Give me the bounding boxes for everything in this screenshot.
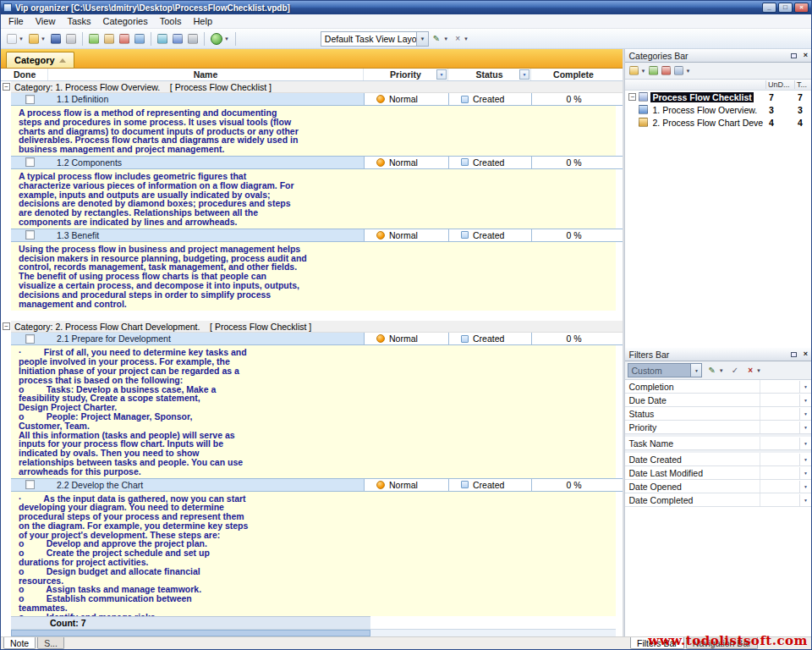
delete-filter-button[interactable]: ×▼	[744, 363, 763, 377]
tree-item-label[interactable]: Process Flow Checklist	[650, 92, 753, 102]
edit-category-button[interactable]	[647, 63, 660, 78]
menu-view[interactable]: View	[30, 15, 62, 27]
tree-column-undone[interactable]: UnD...	[765, 80, 794, 89]
menu-help[interactable]: Help	[187, 15, 218, 27]
tree-item-label[interactable]: 2. Process Flow Chart Deve	[650, 118, 765, 128]
filter-row-date-created[interactable]: Date Created ▼	[625, 453, 811, 466]
filter-row-priority[interactable]: Priority ▼	[625, 421, 811, 434]
edit-filter-button[interactable]: ✎▼	[705, 363, 725, 377]
panel-restore-icon[interactable]	[791, 352, 797, 357]
category-row[interactable]: − Category: 2. Process Flow Chart Develo…	[11, 321, 623, 333]
horizontal-scrollbar[interactable]	[11, 629, 616, 636]
menu-tasks[interactable]: Tasks	[61, 15, 96, 27]
scrollbar-thumb[interactable]	[11, 630, 370, 636]
tree-column-headers: UnD... T...	[625, 80, 811, 91]
status-filter-icon[interactable]: ▼	[519, 69, 529, 80]
chevron-down-icon[interactable]: ▼	[799, 467, 811, 479]
task-row[interactable]: 1.2 Components Normal Created 0 %	[11, 156, 623, 169]
chevron-down-icon[interactable]: ▼	[799, 421, 811, 433]
clear-filter-button[interactable]: ✓	[728, 363, 742, 377]
column-header-complete[interactable]: Complete	[531, 69, 616, 80]
done-checkbox[interactable]	[25, 157, 35, 167]
task-row[interactable]: 1.3 Benefit Normal Created 0 %	[11, 229, 623, 242]
complete-task-button[interactable]	[132, 30, 147, 47]
tree-column-total[interactable]: T...	[794, 80, 811, 89]
task-name[interactable]: 1.1 Definition	[48, 93, 364, 105]
move-up-button[interactable]	[155, 30, 170, 47]
panel-restore-icon[interactable]	[791, 53, 797, 58]
filter-row-task-name[interactable]: Task Name ▼	[625, 437, 811, 450]
priority-filter-icon[interactable]: ▼	[436, 69, 447, 80]
chevron-down-icon[interactable]: ▼	[799, 438, 811, 449]
filter-preset-select[interactable]: Custom ▼	[628, 363, 702, 377]
menu-file[interactable]: File	[3, 15, 30, 27]
add-task-button[interactable]	[86, 30, 102, 47]
filter-row-status[interactable]: Status ▼	[625, 407, 811, 421]
task-row[interactable]: 1.1 Definition Normal Created 0 %	[11, 92, 623, 106]
filter-row-date-completed[interactable]: Date Completed ▼	[625, 493, 811, 507]
category-row[interactable]: − Category: 1. Process Flow Overview. [ …	[11, 81, 623, 93]
collapse-icon[interactable]: −	[3, 83, 10, 91]
task-row[interactable]: 2.1 Prepare for Development Normal Creat…	[11, 332, 623, 345]
done-checkbox[interactable]	[25, 480, 35, 489]
filter-row-completion[interactable]: Completion ▼	[625, 380, 811, 394]
panel-close-icon[interactable]: ×	[804, 52, 808, 59]
sync-button[interactable]: ▼	[208, 30, 232, 47]
column-header-status[interactable]: Status ▼	[448, 69, 531, 80]
save-button[interactable]	[48, 30, 63, 47]
chevron-down-icon[interactable]: ▼	[799, 381, 811, 393]
filter-row-date-opened[interactable]: Date Opened ▼	[625, 480, 811, 493]
new-database-button[interactable]: ▼	[4, 30, 26, 47]
filter-row-due-date[interactable]: Due Date ▼	[625, 394, 811, 407]
status-value: Created	[473, 480, 504, 490]
task-view-layout-select[interactable]: Default Task View Layout ▼	[321, 31, 429, 47]
open-database-button[interactable]: ▼	[26, 30, 48, 47]
tree-item-category-1[interactable]: 1. Process Flow Overview. 3 3	[625, 103, 811, 116]
watermark-text: www.todolistsoft.com	[648, 633, 808, 648]
chevron-down-icon[interactable]: ▼	[799, 408, 811, 420]
chevron-down-icon[interactable]: ▼	[799, 481, 811, 493]
tree-item-label[interactable]: 1. Process Flow Overview.	[650, 105, 765, 115]
find-button[interactable]	[185, 30, 200, 47]
panel-close-icon[interactable]: ×	[804, 350, 808, 358]
more-category-button[interactable]: ▼	[672, 63, 692, 78]
collapse-icon[interactable]: −	[628, 93, 636, 101]
chevron-down-icon[interactable]: ▼	[799, 494, 811, 506]
minimize-button[interactable]: _	[762, 3, 776, 13]
column-header-priority[interactable]: Priority ▼	[364, 69, 448, 80]
task-name[interactable]: 2.1 Prepare for Development	[48, 333, 364, 344]
task-name[interactable]: 1.3 Benefit	[48, 229, 364, 241]
chevron-down-icon[interactable]: ▼	[799, 454, 811, 465]
tab-note[interactable]: Note	[3, 637, 36, 649]
edit-task-button[interactable]	[102, 30, 117, 47]
edit-layout-button[interactable]: ✎▼	[429, 30, 451, 47]
done-checkbox[interactable]	[25, 230, 35, 240]
done-checkbox[interactable]	[25, 334, 35, 344]
close-button[interactable]: ×	[794, 3, 809, 13]
group-tab-category[interactable]: Category	[6, 52, 74, 68]
tree-item-checklist[interactable]: − Process Flow Checklist 7 7	[625, 91, 811, 103]
task-notes: Using the process flow in business and p…	[11, 242, 616, 311]
maximize-button[interactable]: □	[778, 3, 793, 13]
collapse-icon[interactable]: −	[3, 322, 10, 330]
task-name[interactable]: 1.2 Components	[48, 157, 364, 168]
delete-category-button[interactable]	[660, 63, 672, 78]
menu-tools[interactable]: Tools	[154, 15, 188, 27]
task-row[interactable]: 2.2 Develop the Chart Normal Created 0 %	[11, 478, 623, 492]
status-created-icon	[461, 96, 469, 103]
move-down-button[interactable]	[170, 30, 185, 47]
add-category-button[interactable]: ▼	[628, 63, 647, 78]
column-header-done[interactable]: Done	[11, 69, 48, 80]
categories-bar-panel: Categories Bar × ▼ ▼ UnD... T..	[625, 49, 811, 348]
done-checkbox[interactable]	[25, 95, 35, 104]
column-header-name[interactable]: Name	[48, 69, 364, 80]
chevron-down-icon[interactable]: ▼	[799, 394, 811, 406]
delete-task-button[interactable]	[117, 30, 132, 47]
task-name[interactable]: 2.2 Develop the Chart	[48, 479, 364, 491]
delete-layout-button[interactable]: ×▼	[451, 30, 471, 47]
menu-categories[interactable]: Categories	[97, 15, 154, 27]
print-button[interactable]	[63, 30, 79, 47]
filter-row-date-last-modified[interactable]: Date Last Modified ▼	[625, 466, 811, 480]
tab-more[interactable]: S...	[37, 637, 64, 649]
tree-item-category-2[interactable]: 2. Process Flow Chart Deve 4 4	[625, 116, 811, 129]
